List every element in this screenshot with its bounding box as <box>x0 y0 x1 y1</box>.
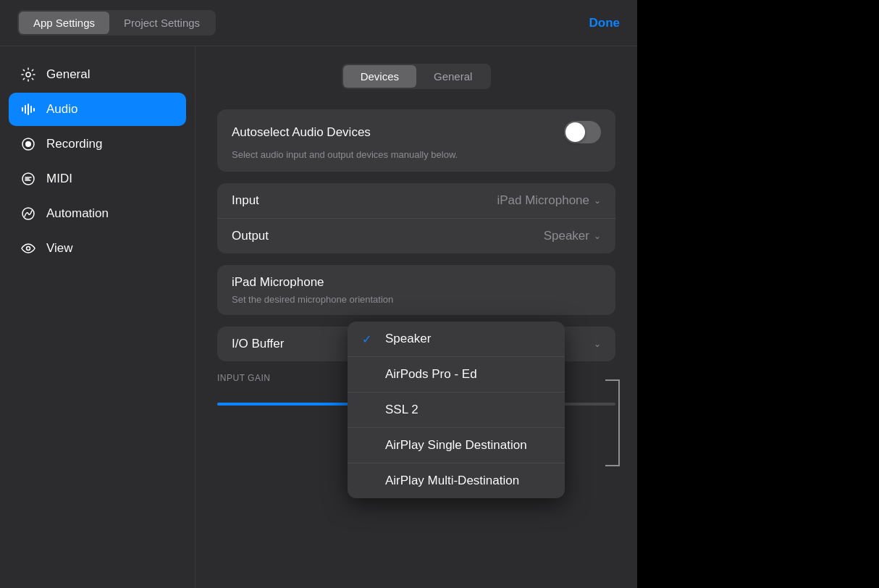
input-value: iPad Microphone ⌄ <box>497 193 601 208</box>
check-icon: ✓ <box>362 332 377 346</box>
sidebar-recording-label: Recording <box>46 137 103 151</box>
sidebar-automation-label: Automation <box>46 206 109 221</box>
toggle-knob <box>565 122 585 142</box>
svg-rect-1 <box>22 107 23 112</box>
output-value-text: Speaker <box>544 229 589 243</box>
svg-point-0 <box>26 72 30 77</box>
devices-tab[interactable]: Devices <box>343 65 416 88</box>
sub-tabs: Devices General <box>217 64 615 89</box>
dropdown-item-airplay-single[interactable]: AirPlay Single Destination <box>348 428 565 463</box>
dropdown-airplay-single-label: AirPlay Single Destination <box>385 438 527 453</box>
gear-icon <box>20 67 36 83</box>
dropdown-item-ssl2[interactable]: SSL 2 <box>348 392 565 428</box>
right-dark-area <box>637 0 879 588</box>
input-label: Input <box>232 193 259 208</box>
autoselect-label: Autoselect Audio Devices <box>232 125 371 140</box>
sidebar-item-midi[interactable]: MIDI <box>9 162 186 196</box>
dropdown-airplay-multi-label: AirPlay Multi-Destination <box>385 474 519 488</box>
sidebar-item-general[interactable]: General <box>9 58 186 91</box>
svg-rect-3 <box>28 104 29 115</box>
sidebar-midi-label: MIDI <box>46 172 72 186</box>
main-tab-group: App Settings Project Settings <box>17 10 216 35</box>
dropdown-item-speaker[interactable]: ✓ Speaker <box>348 322 565 357</box>
svg-point-10 <box>27 247 30 251</box>
main-content: Devices General Autoselect Audio Devices… <box>195 46 637 588</box>
io-card: Input iPad Microphone ⌄ Output Speaker ⌄ <box>217 183 615 253</box>
top-bar: App Settings Project Settings Done <box>0 0 637 46</box>
buffer-chevron-icon: ⌄ <box>594 339 601 349</box>
input-row[interactable]: Input iPad Microphone ⌄ <box>217 183 615 219</box>
sidebar-audio-label: Audio <box>46 102 77 117</box>
microphone-title: iPad Microphone <box>232 275 601 290</box>
waveform-icon <box>20 101 36 117</box>
dropdown-ssl2-label: SSL 2 <box>385 403 419 417</box>
sidebar-item-audio[interactable]: Audio <box>9 93 186 126</box>
input-chevron-icon: ⌄ <box>594 196 601 206</box>
microphone-card: iPad Microphone Set the desired micropho… <box>217 265 615 315</box>
input-value-text: iPad Microphone <box>497 193 589 208</box>
sub-tab-group: Devices General <box>342 64 492 89</box>
midi-icon <box>20 171 36 187</box>
autoselect-card: Autoselect Audio Devices Select audio in… <box>217 109 615 172</box>
eye-icon <box>20 240 36 256</box>
app-settings-tab[interactable]: App Settings <box>19 12 109 34</box>
output-dropdown: ✓ Speaker AirPods Pro - Ed SSL 2 AirPlay… <box>348 322 565 498</box>
sidebar-general-label: General <box>46 67 90 82</box>
dropdown-item-airplay-multi[interactable]: AirPlay Multi-Destination <box>348 463 565 498</box>
bracket-graphic <box>605 379 620 466</box>
project-settings-tab[interactable]: Project Settings <box>109 12 214 34</box>
sidebar-item-view[interactable]: View <box>9 232 186 265</box>
autoselect-row: Autoselect Audio Devices <box>232 121 601 143</box>
autoselect-toggle[interactable] <box>564 121 601 143</box>
buffer-label: I/O Buffer <box>232 337 284 351</box>
svg-rect-2 <box>25 105 26 114</box>
automation-icon <box>20 206 36 222</box>
general-tab[interactable]: General <box>416 65 489 88</box>
sidebar-item-automation[interactable]: Automation <box>9 197 186 230</box>
output-value: Speaker ⌄ <box>544 229 601 243</box>
output-chevron-icon: ⌄ <box>594 231 601 241</box>
sidebar: General Audio <box>0 46 195 588</box>
dropdown-item-airpods[interactable]: AirPods Pro - Ed <box>348 357 565 392</box>
microphone-description: Set the desired microphone orientation <box>232 294 601 305</box>
record-circle-icon <box>20 136 36 152</box>
output-label: Output <box>232 229 269 243</box>
dropdown-speaker-label: Speaker <box>385 332 431 346</box>
autoselect-description: Select audio input and output devices ma… <box>232 149 601 160</box>
svg-rect-5 <box>33 108 35 112</box>
sidebar-item-recording[interactable]: Recording <box>9 127 186 161</box>
sidebar-view-label: View <box>46 241 73 256</box>
output-row[interactable]: Output Speaker ⌄ <box>217 219 615 253</box>
modal-body: General Audio <box>0 46 637 588</box>
svg-rect-4 <box>30 106 32 113</box>
done-button[interactable]: Done <box>589 16 621 30</box>
settings-modal: App Settings Project Settings Done Gener… <box>0 0 637 588</box>
dropdown-airpods-label: AirPods Pro - Ed <box>385 367 477 382</box>
svg-point-7 <box>25 141 31 147</box>
